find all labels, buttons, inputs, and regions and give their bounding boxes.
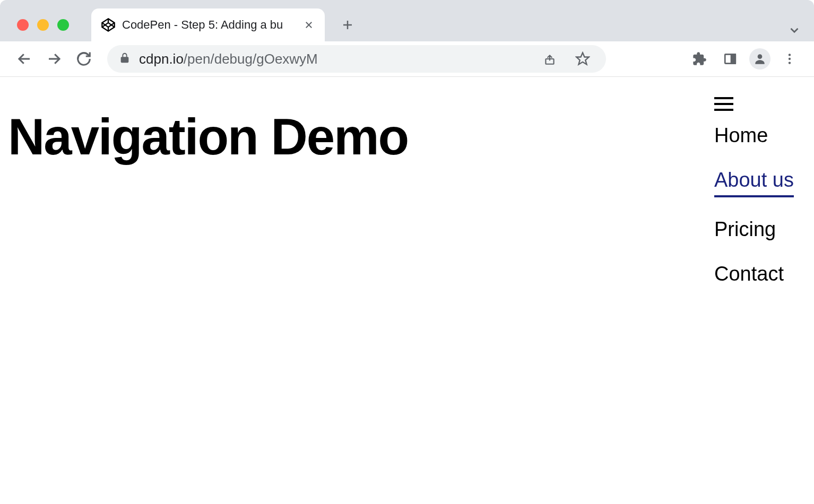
svg-point-21: [789, 58, 791, 60]
codepen-favicon-icon: [101, 18, 116, 32]
forward-button[interactable]: [42, 47, 66, 71]
bookmark-star-icon[interactable]: [571, 47, 594, 71]
window-minimize-button[interactable]: [37, 19, 49, 31]
tab-title: CodePen - Step 5: Adding a bu: [122, 18, 296, 32]
nav-item-pricing[interactable]: Pricing: [714, 218, 794, 242]
browser-toolbar: cdpn.io/pen/debug/gOexwyM: [0, 41, 814, 77]
nav-item-contact[interactable]: Contact: [714, 262, 794, 286]
nav-list: Home About us Pricing Contact: [714, 124, 794, 286]
menu-dots-icon[interactable]: [778, 47, 801, 71]
window-maximize-button[interactable]: [57, 19, 69, 31]
tab-dropdown-button[interactable]: [787, 23, 801, 39]
svg-marker-15: [576, 53, 588, 64]
profile-avatar[interactable]: [749, 48, 770, 69]
new-tab-button[interactable]: [334, 12, 361, 38]
lock-icon: [119, 52, 131, 66]
hamburger-menu-icon[interactable]: [714, 97, 733, 111]
nav-item-home[interactable]: Home: [714, 124, 794, 148]
svg-point-22: [789, 62, 791, 64]
tab-close-button[interactable]: [302, 19, 315, 31]
url-host: cdpn.io: [139, 51, 184, 67]
window-controls: [17, 19, 69, 31]
url-text: cdpn.io/pen/debug/gOexwyM: [139, 51, 318, 67]
back-button[interactable]: [13, 47, 36, 71]
svg-rect-18: [731, 54, 735, 63]
extensions-icon[interactable]: [688, 47, 711, 71]
sidepanel-icon[interactable]: [718, 47, 742, 71]
address-bar[interactable]: cdpn.io/pen/debug/gOexwyM: [107, 45, 606, 73]
svg-point-20: [789, 54, 791, 56]
tab-strip: CodePen - Step 5: Adding a bu: [0, 0, 814, 41]
page-heading: Navigation Demo: [8, 109, 408, 504]
share-icon[interactable]: [538, 47, 561, 71]
browser-chrome: CodePen - Step 5: Adding a bu: [0, 0, 814, 77]
url-path: /pen/debug/gOexwyM: [184, 51, 318, 67]
navigation-area: Home About us Pricing Contact: [714, 93, 803, 504]
browser-tab[interactable]: CodePen - Step 5: Adding a bu: [91, 8, 325, 41]
svg-point-19: [758, 54, 763, 59]
window-close-button[interactable]: [17, 19, 29, 31]
page-content: Navigation Demo Home About us Pricing Co…: [0, 77, 814, 504]
nav-item-about[interactable]: About us: [714, 168, 794, 198]
reload-button[interactable]: [72, 47, 96, 71]
